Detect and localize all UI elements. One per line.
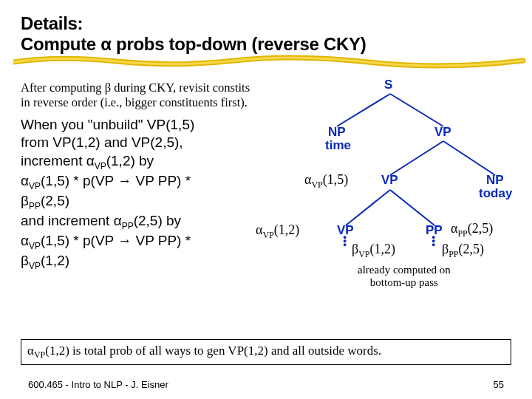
- content-area: After computing β during CKY, revisit co…: [21, 81, 511, 273]
- left-column: After computing β during CKY, revisit co…: [21, 81, 257, 273]
- body-l5a: β: [21, 193, 29, 208]
- sub-pp2: PP: [122, 221, 134, 231]
- svg-line-4: [346, 190, 390, 225]
- tree-column: S NP time VP αVP(1,5) VP NP today αVP(1,…: [257, 81, 511, 273]
- title-line2: Compute α probs top-down (reverse CKY): [21, 34, 366, 54]
- sub-vp3: VP: [29, 241, 41, 251]
- body-l4b: (1,5) * p(VP → VP PP) *: [41, 173, 191, 188]
- node-today: today: [479, 186, 512, 201]
- body-l8a: β: [21, 253, 29, 268]
- bottom-text: (1,2) is total prob of all ways to gen V…: [45, 344, 381, 358]
- slide-title: Details: Compute α probs top-down (rever…: [21, 13, 511, 55]
- footer-right: 55: [494, 379, 504, 390]
- node-vp-mid: VP: [381, 173, 398, 188]
- footer-left: 600.465 - Intro to NLP - J. Eisner: [28, 379, 168, 390]
- svg-line-3: [443, 141, 495, 175]
- beta-vp-12: βVP(1,2): [352, 242, 395, 260]
- body-l6b: (2,5) by: [134, 213, 181, 228]
- node-vp-top: VP: [434, 125, 451, 140]
- node-np: NP: [328, 125, 346, 140]
- svg-line-2: [390, 141, 443, 175]
- bottom-box: αVP(1,2) is total prob of all ways to ge…: [21, 339, 511, 365]
- sub-vp1: VP: [95, 160, 106, 171]
- bottom-sub: VP: [34, 349, 45, 360]
- sub-pp1: PP: [29, 201, 41, 211]
- body-l5b: (2,5): [41, 193, 69, 208]
- body-l2: from VP(1,2) and VP(2,5),: [21, 134, 183, 150]
- alpha-vp-15: αVP(1,5): [304, 172, 348, 191]
- body-l1: When you "unbuild" VP(1,5): [21, 117, 194, 132]
- intro-paragraph: After computing β during CKY, revisit co…: [21, 81, 253, 110]
- body-l8b: (1,2): [41, 253, 69, 268]
- body-l7b: (1,5) * p(VP → VP PP) *: [41, 233, 191, 248]
- title-line1: Details:: [21, 13, 83, 33]
- slide: Details: Compute α probs top-down (rever…: [0, 0, 532, 399]
- node-time: time: [325, 138, 351, 153]
- dots-left: ●●●: [343, 236, 347, 247]
- body-l3a: increment α: [21, 153, 95, 168]
- body-l4a: α: [21, 173, 29, 188]
- title-underline: [21, 57, 511, 67]
- sub-vp4: VP: [29, 261, 41, 271]
- body-l3b: (1,2) by: [106, 153, 154, 168]
- beta-pp-25: βPP(2,5): [442, 242, 484, 260]
- body-l6a: and increment α: [21, 213, 122, 228]
- dots-right: ●●●: [432, 236, 435, 247]
- node-np2: NP: [486, 173, 504, 188]
- svg-line-0: [337, 94, 390, 126]
- sub-vp2: VP: [29, 180, 41, 191]
- body-l7a: α: [21, 233, 29, 248]
- note-already-computed: already computed on bottom-up pass: [358, 264, 451, 290]
- bottom-alpha: α: [27, 344, 34, 358]
- alpha-pp-25: αPP(2,5): [451, 221, 493, 239]
- node-s: S: [384, 78, 392, 92]
- footer: 600.465 - Intro to NLP - J. Eisner 55: [28, 379, 504, 390]
- svg-line-1: [390, 94, 443, 126]
- main-body: When you "unbuild" VP(1,5) from VP(1,2) …: [21, 116, 253, 273]
- svg-line-5: [390, 190, 434, 225]
- alpha-vp-12: αVP(1,2): [256, 222, 299, 241]
